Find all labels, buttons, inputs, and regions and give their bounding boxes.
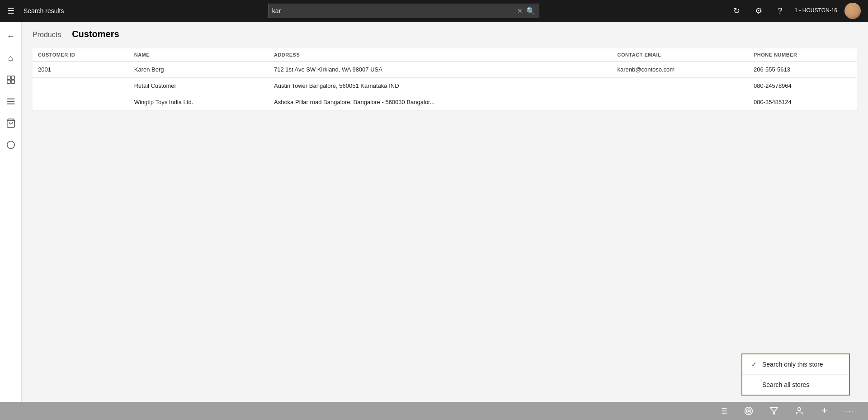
bottom-bar: + ··· [0,402,868,420]
col-phone-number: PHONE NUMBER [748,48,857,62]
hamburger-button[interactable]: ☰ [0,0,22,22]
search-box: ✕ 🔍 [268,4,539,18]
settings-button[interactable]: ⚙ [751,4,766,18]
search-all-stores-option[interactable]: ✓ Search all stores [742,375,849,395]
refresh-button[interactable]: ↻ [730,4,744,18]
more-button[interactable]: ··· [843,404,857,418]
cell-phone-number: 080-24578964 [748,78,857,94]
col-address: ADDRESS [269,48,612,62]
cell-contact-email [612,78,748,94]
cell-customer-id [33,78,129,94]
add-button[interactable]: + [817,404,832,418]
cell-name: Karen Berg [129,62,269,78]
cell-customer-id: 2001 [33,62,129,78]
main-content: Products Customers CUSTOMER ID NAME ADDR… [22,22,868,402]
table-row[interactable]: Retail Customer Austin Tower Bangalore, … [33,78,857,94]
svg-marker-18 [770,408,778,415]
sidebar-home-button[interactable]: ⌂ [0,47,22,69]
col-contact-email: CONTACT EMAIL [612,48,748,62]
sidebar-menu-button[interactable] [0,91,22,112]
tabs: Products Customers [33,29,857,41]
cell-contact-email [612,94,748,110]
svg-point-8 [7,141,14,149]
sidebar: ← ⌂ [0,22,22,402]
table-body: 2001 Karen Berg 712 1st Ave SW Kirkland,… [33,62,857,110]
hamburger-icon: ☰ [7,6,14,16]
sidebar-circle-button[interactable] [0,134,22,156]
col-name: NAME [129,48,269,62]
cell-name: Retail Customer [129,78,269,94]
svg-rect-2 [7,80,10,83]
app-title: Search results [24,7,78,14]
table-row[interactable]: 2001 Karen Berg 712 1st Ave SW Kirkland,… [33,62,857,78]
svg-rect-3 [11,80,14,83]
customers-table: CUSTOMER ID NAME ADDRESS CONTACT EMAIL P… [33,48,857,110]
filter-button[interactable] [767,404,781,418]
svg-point-19 [798,408,801,411]
svg-rect-1 [11,76,14,79]
tab-products[interactable]: Products [33,31,61,41]
cell-phone-number: 080-35485124 [748,94,857,110]
svg-rect-0 [7,76,10,79]
list-view-button[interactable] [716,404,731,418]
store-info: 1 - HOUSTON-16 [795,7,837,14]
search-all-stores-label: Search all stores [762,381,809,388]
sidebar-products-button[interactable] [0,69,22,91]
person-button[interactable] [792,404,807,418]
cell-name: Wingtip Toys India Ltd. [129,94,269,110]
help-button[interactable]: ? [773,4,788,18]
cell-customer-id [33,94,129,110]
search-clear-button[interactable]: ✕ [517,7,523,14]
user-avatar-image [844,3,861,19]
search-only-this-store-option[interactable]: ✓ Search only this store [742,354,849,375]
search-only-this-store-label: Search only this store [762,361,823,368]
table-header: CUSTOMER ID NAME ADDRESS CONTACT EMAIL P… [33,48,857,62]
cell-phone-number: 206-555-5613 [748,62,857,78]
svg-point-17 [748,410,749,411]
search-icon[interactable]: 🔍 [526,7,535,15]
tab-customers[interactable]: Customers [72,29,119,41]
search-scope-popup: ✓ Search only this store ✓ Search all st… [741,353,850,396]
svg-point-16 [746,409,751,413]
top-bar: ☰ Search results ✕ 🔍 ↻ ⚙ ? 1 - HOUSTON-1… [0,0,868,22]
cell-address: 712 1st Ave SW Kirkland, WA 98007 USA [269,62,612,78]
col-customer-id: CUSTOMER ID [33,48,129,62]
sidebar-back-button[interactable]: ← [0,25,22,47]
cell-contact-email: karenb@contoso.com [612,62,748,78]
cell-address: Austin Tower Bangalore, 560051 Karnataka… [269,78,612,94]
user-avatar[interactable] [844,3,861,19]
sidebar-bag-button[interactable] [0,112,22,134]
topbar-right: ↻ ⚙ ? 1 - HOUSTON-16 [730,3,868,19]
cell-address: Ashoka Pillar road Bangalore, Bangalore … [269,94,612,110]
target-button[interactable] [741,404,756,418]
table-row[interactable]: Wingtip Toys India Ltd. Ashoka Pillar ro… [33,94,857,110]
search-input[interactable] [272,7,517,14]
search-container: ✕ 🔍 [78,4,730,18]
check-icon: ✓ [751,361,757,368]
